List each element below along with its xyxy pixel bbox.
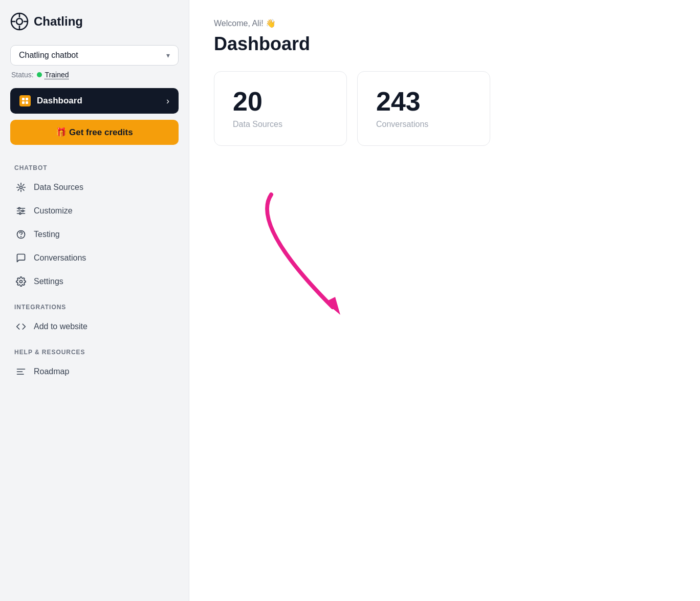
settings-label: Settings [34,277,63,286]
dashboard-icon [19,95,31,106]
dashboard-label: Dashboard [37,96,82,106]
integrations-section-label: INTEGRATIONS [10,304,179,311]
free-credits-button[interactable]: 🎁 Get free credits [10,120,179,145]
stat-number-conversations: 243 [376,88,471,115]
dashboard-btn-left: Dashboard [19,95,82,106]
dashboard-arrow-icon: › [166,96,169,106]
status-row: Status: Trained [10,71,179,79]
welcome-text: Welcome, Ali! 👋 [214,18,675,28]
settings-icon [15,276,27,287]
arrow-annotation [230,184,374,328]
chatbot-selector-label: Chatling chatbot [19,51,78,60]
sidebar-item-testing[interactable]: Testing [10,223,179,246]
testing-icon [15,229,27,240]
stat-label-data-sources: Data Sources [233,120,328,129]
code-icon [15,321,27,332]
sidebar-item-settings[interactable]: Settings [10,270,179,293]
conversations-icon [15,252,27,264]
sidebar-item-data-sources[interactable]: Data Sources [10,176,179,199]
svg-point-14 [18,207,20,209]
svg-rect-8 [22,101,25,104]
stats-row: 20 Data Sources 243 Conversations [214,71,675,146]
svg-point-19 [20,281,23,283]
svg-rect-6 [22,98,25,100]
status-prefix: Status: [11,71,34,79]
stat-card-data-sources: 20 Data Sources [214,71,347,146]
chevron-down-icon: ▾ [166,51,170,59]
plug-icon [15,182,27,193]
stat-label-conversations: Conversations [376,120,471,129]
roadmap-label: Roadmap [34,367,69,376]
sidebar: Chatling Chatling chatbot ▾ Status: Trai… [0,0,189,601]
customize-label: Customize [34,206,73,216]
svg-point-18 [21,237,21,237]
stat-number-data-sources: 20 [233,88,328,115]
svg-point-10 [20,186,23,189]
roadmap-icon [15,366,27,377]
help-section-label: HELP & RESOURCES [10,349,179,356]
dashboard-button[interactable]: Dashboard › [10,88,179,114]
app-name: Chatling [34,14,83,29]
sidebar-item-add-to-website[interactable]: Add to website [10,315,179,338]
chatbot-section-label: CHATBOT [10,164,179,171]
page-title: Dashboard [214,33,675,55]
svg-rect-7 [26,98,28,100]
svg-marker-23 [325,297,340,315]
status-value[interactable]: Trained [45,71,69,79]
customize-icon [15,205,27,217]
svg-point-15 [22,210,24,211]
status-dot [37,72,42,77]
main-content: Welcome, Ali! 👋 Dashboard 20 Data Source… [189,0,700,601]
stat-card-conversations: 243 Conversations [357,71,490,146]
logo-icon [10,12,29,31]
svg-rect-9 [26,101,28,104]
testing-label: Testing [34,230,60,239]
sidebar-item-roadmap[interactable]: Roadmap [10,360,179,383]
sidebar-item-customize[interactable]: Customize [10,199,179,223]
add-to-website-label: Add to website [34,322,88,331]
data-sources-label: Data Sources [34,183,83,192]
logo-row: Chatling [10,12,179,31]
conversations-label: Conversations [34,253,86,263]
svg-point-1 [16,18,23,25]
chatbot-selector[interactable]: Chatling chatbot ▾ [10,45,179,66]
sidebar-item-conversations[interactable]: Conversations [10,246,179,270]
svg-point-16 [19,212,21,214]
